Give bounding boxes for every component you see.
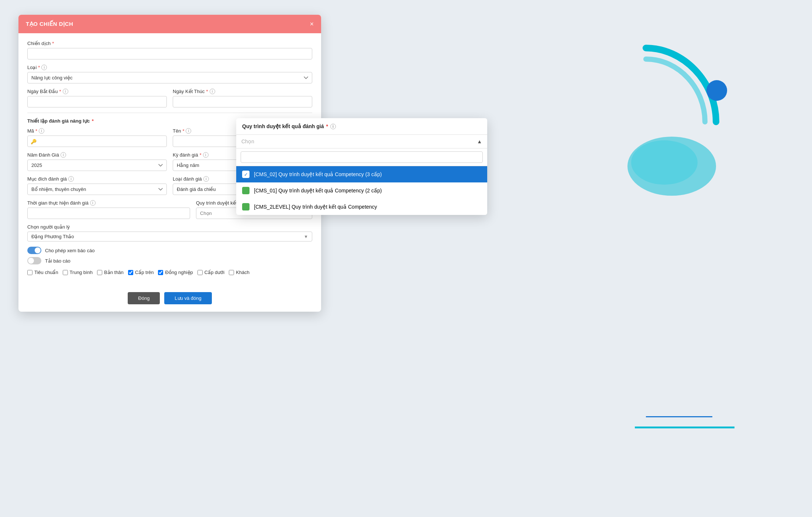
checkbox-trung-binh[interactable]: Trung bình bbox=[63, 270, 93, 275]
manager-label: Chọn người quản lý bbox=[27, 224, 312, 230]
close-button[interactable]: Đóng bbox=[128, 292, 160, 304]
loai-danh-gia-info-icon[interactable]: i bbox=[203, 176, 209, 182]
dropdown-item-cms2level[interactable]: [CMS_2LEVEL] Quy trình duyệt kết quả Com… bbox=[236, 199, 487, 215]
ma-input[interactable]: COMP_2024_MARIT1 bbox=[27, 136, 167, 147]
chien-dich-group: Chiến dịch * bbox=[27, 41, 312, 59]
toggle-bao-cao-label: Cho phép xem báo cáo bbox=[45, 248, 94, 253]
dropdown-item-cms2level-label: [CMS_2LEVEL] Quy trình duyệt kết quả Com… bbox=[254, 204, 377, 210]
checkbox-row: Tiêu chuẩn Trung bình Bản thân Cấp trên … bbox=[27, 270, 312, 275]
loai-select[interactable]: Năng lực công việc bbox=[27, 72, 312, 83]
dropdown-search bbox=[236, 148, 487, 166]
dropdown-item-cms01[interactable]: [CMS_01] Quy trình duyệt kết quả Compete… bbox=[236, 182, 487, 199]
section-required: * bbox=[92, 118, 94, 124]
manager-name: Đặng Phương Thảo bbox=[31, 234, 302, 239]
dropdown-item-cms02-label: [CMS_02] Quy trình duyệt kết quả Compete… bbox=[254, 171, 382, 177]
svg-point-1 bbox=[627, 137, 716, 196]
checkbox-ban-than-input[interactable] bbox=[97, 270, 102, 275]
dropdown-placeholder: Chọn bbox=[241, 138, 254, 144]
item-check-cms02: ✓ bbox=[242, 171, 250, 178]
dialog-footer: Đóng Lưu và đóng bbox=[18, 286, 321, 312]
item-check-cms2level bbox=[242, 203, 250, 210]
nam-info-icon[interactable]: i bbox=[61, 152, 66, 158]
save-button[interactable]: Lưu và đóng bbox=[164, 292, 211, 304]
blue-line-2 bbox=[635, 427, 734, 428]
dropdown-arrow-up-icon: ▲ bbox=[477, 138, 482, 144]
thoi-gian-input[interactable]: 01/01/2025 00:00:00 - 31/12/2025 23:59:5… bbox=[27, 208, 190, 219]
nkt-info-icon[interactable]: i bbox=[210, 89, 215, 94]
checkbox-cap-duoi[interactable]: Cấp dưới bbox=[197, 270, 224, 275]
manager-dropdown-arrow: ▼ bbox=[304, 234, 308, 239]
dropdown-item-cms02[interactable]: ✓ [CMS_02] Quy trình duyệt kết quả Compe… bbox=[236, 166, 487, 182]
required-star-ky: * bbox=[200, 152, 202, 158]
dropdown-list: ✓ [CMS_02] Quy trình duyệt kết quả Compe… bbox=[236, 166, 487, 215]
key-icon: 🔑 bbox=[31, 138, 37, 144]
muc-dich-info-icon[interactable]: i bbox=[68, 176, 74, 182]
ngay-bat-dau-input[interactable]: 03/01/2025 bbox=[27, 96, 167, 107]
required-star-ma: * bbox=[35, 128, 37, 134]
ma-info-icon[interactable]: i bbox=[39, 128, 44, 134]
svg-point-0 bbox=[706, 80, 727, 101]
ngay-bat-dau-label: Ngày Bắt Đầu * i bbox=[27, 89, 167, 94]
nbd-info-icon[interactable]: i bbox=[63, 89, 68, 94]
checkbox-tieu-chuan-input[interactable] bbox=[27, 270, 32, 275]
ngay-bat-dau-group: Ngày Bắt Đầu * i 03/01/2025 bbox=[27, 89, 167, 107]
dropdown-search-input[interactable] bbox=[241, 151, 483, 163]
toggle-tai-bao-cao-label: Tải báo cáo bbox=[45, 258, 70, 264]
manager-group: Chọn người quản lý Đặng Phương Thảo ▼ bbox=[27, 224, 312, 242]
toggle-bao-cao-item: Cho phép xem báo cáo bbox=[27, 247, 312, 254]
dropdown-header-title: Quy trình duyệt kết quả đánh giá * i bbox=[242, 123, 336, 129]
ngay-ket-thuc-input[interactable]: 03/01/2025 bbox=[173, 96, 312, 107]
dialog-close-button[interactable]: × bbox=[310, 21, 314, 27]
required-star-ten: * bbox=[182, 128, 184, 134]
checkbox-dong-nghiep-input[interactable] bbox=[158, 270, 163, 275]
muc-dich-label: Mục đích đánh giá i bbox=[27, 176, 167, 182]
checkbox-khach-input[interactable] bbox=[229, 270, 234, 275]
loai-group: Loại * i Năng lực công việc bbox=[27, 65, 312, 83]
ma-group: Mã * i 🔑 COMP_2024_MARIT1 bbox=[27, 128, 167, 147]
ky-info-icon[interactable]: i bbox=[203, 152, 209, 158]
required-star: * bbox=[52, 41, 54, 46]
checkbox-cap-duoi-input[interactable] bbox=[197, 270, 203, 275]
dropdown-info-icon[interactable]: i bbox=[330, 124, 336, 129]
required-star-nkt: * bbox=[206, 89, 208, 94]
background-decoration bbox=[554, 30, 738, 214]
dropdown-select-box[interactable]: Chọn ▲ bbox=[236, 135, 487, 148]
ngay-ket-thuc-group: Ngày Kết Thúc * i 03/01/2025 bbox=[173, 89, 312, 107]
dropdown-required-star: * bbox=[326, 123, 328, 129]
required-star-loai: * bbox=[38, 65, 40, 70]
ma-input-wrap: 🔑 COMP_2024_MARIT1 bbox=[27, 136, 167, 147]
nam-group: Năm Đánh Giá i 2025 bbox=[27, 152, 167, 171]
ten-info-icon[interactable]: i bbox=[186, 128, 191, 134]
nam-select[interactable]: 2025 bbox=[27, 160, 167, 171]
checkbox-khach[interactable]: Khách bbox=[229, 270, 250, 275]
checkbox-ban-than[interactable]: Bản thân bbox=[97, 270, 124, 275]
thoi-gian-label: Thời gian thực hiện đánh giá i bbox=[27, 200, 190, 206]
loai-info-icon[interactable]: i bbox=[41, 65, 47, 70]
dialog-header: TẠO CHIẾN DỊCH × bbox=[18, 15, 321, 33]
checkbox-tieu-chuan[interactable]: Tiêu chuẩn bbox=[27, 270, 58, 275]
loai-label: Loại * i bbox=[27, 65, 312, 70]
date-row: Ngày Bắt Đầu * i 03/01/2025 Ngày Kết Thú… bbox=[27, 89, 312, 107]
thoi-gian-group: Thời gian thực hiện đánh giá i 01/01/202… bbox=[27, 200, 190, 219]
ma-label: Mã * i bbox=[27, 128, 167, 134]
ngay-ket-thuc-label: Ngày Kết Thúc * i bbox=[173, 89, 312, 94]
thoi-gian-info-icon[interactable]: i bbox=[90, 200, 96, 206]
toggle-row: Cho phép xem báo cáo Tải báo cáo bbox=[27, 247, 312, 264]
manager-select[interactable]: Đặng Phương Thảo ▼ bbox=[27, 232, 312, 242]
checkbox-cap-tren-input[interactable] bbox=[128, 270, 133, 275]
toggle-bao-cao-switch[interactable] bbox=[27, 247, 41, 254]
dropdown-header: Quy trình duyệt kết quả đánh giá * i bbox=[236, 118, 487, 135]
muc-dich-select[interactable]: Bổ nhiệm, thuyên chuyên bbox=[27, 184, 167, 195]
checkbox-dong-nghiep[interactable]: Đồng nghiệp bbox=[158, 270, 193, 275]
svg-point-2 bbox=[631, 140, 698, 185]
toggle-tai-bao-cao-switch[interactable] bbox=[27, 257, 41, 264]
checkbox-trung-binh-input[interactable] bbox=[63, 270, 68, 275]
checkbox-cap-tren[interactable]: Cấp trên bbox=[128, 270, 154, 275]
chien-dich-label: Chiến dịch * bbox=[27, 41, 312, 46]
toggle-tai-bao-cao-item: Tải báo cáo bbox=[27, 257, 312, 264]
chien-dich-input[interactable] bbox=[27, 48, 312, 59]
blue-line-1 bbox=[646, 416, 712, 417]
dropdown-item-cms01-label: [CMS_01] Quy trình duyệt kết quả Compete… bbox=[254, 188, 382, 194]
required-star-nbd: * bbox=[59, 89, 61, 94]
dialog-title: TẠO CHIẾN DỊCH bbox=[26, 21, 73, 27]
